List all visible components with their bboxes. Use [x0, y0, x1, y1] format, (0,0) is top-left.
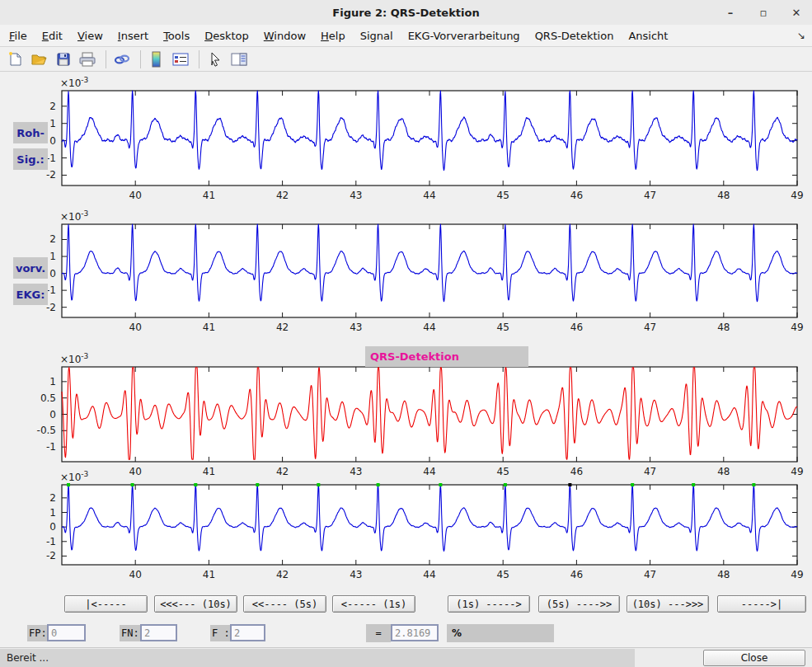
menu-desktop[interactable]: Desktop [197, 27, 256, 45]
plot-tools-icon[interactable] [228, 49, 250, 69]
svg-text:45: 45 [497, 466, 509, 477]
svg-text:40: 40 [129, 466, 142, 477]
new-document-icon[interactable] [5, 49, 26, 69]
svg-text:-0.5: -0.5 [37, 425, 56, 436]
edit-cursor-icon[interactable] [204, 49, 226, 69]
svg-text:-2: -2 [46, 169, 56, 181]
qrs-detected-marker [752, 483, 755, 486]
svg-text:0: 0 [49, 521, 56, 533]
svg-text:43: 43 [350, 569, 362, 580]
svg-text:48: 48 [717, 466, 730, 477]
nav-back-1s-button[interactable]: <----- (1s) [332, 595, 415, 613]
qrs-missed-marker [568, 483, 571, 486]
fp-input[interactable] [47, 624, 86, 641]
qrs-detected-marker [692, 483, 695, 486]
menu-signal[interactable]: Signal [353, 27, 401, 45]
svg-text:49: 49 [791, 466, 803, 477]
svg-text:41: 41 [203, 190, 215, 201]
f-input[interactable] [230, 624, 265, 641]
svg-text:49: 49 [791, 322, 803, 333]
svg-text:1: 1 [49, 118, 56, 129]
nav-forward-1s-button[interactable]: (1s) -----> [448, 595, 530, 613]
plot-qrs-filter-signal: 4041424344454647484910.50-0.5-1×10-3 [37, 352, 804, 477]
svg-text:47: 47 [644, 190, 656, 201]
menu-help[interactable]: Help [313, 27, 353, 45]
preprocessed-label-line1: vorv. [13, 257, 48, 279]
svg-text:-1: -1 [46, 536, 56, 547]
print-icon[interactable] [77, 49, 98, 69]
f-percent-input[interactable] [391, 624, 439, 641]
svg-text:×10-3: ×10-3 [60, 470, 88, 483]
nav-to-end-button[interactable]: ----->| [717, 595, 806, 613]
close-icon[interactable]: ✕ [789, 7, 804, 19]
svg-text:×10-3: ×10-3 [60, 352, 88, 365]
menu-ansicht[interactable]: Ansicht [621, 27, 675, 45]
menu-qrs-detektion[interactable]: QRS-Detektion [528, 27, 622, 45]
svg-text:46: 46 [570, 569, 583, 580]
qrs-detected-marker [256, 483, 259, 486]
minimize-icon[interactable]: – [723, 7, 738, 19]
menu-ekg-vorverarbeitung[interactable]: EKG-Vorverarbeitung [401, 27, 528, 45]
plot-detection-result: 40414243444546474849210-1-2×10-3 [46, 470, 804, 580]
qrs-detected-marker [131, 483, 134, 486]
window-title: Figure 2: QRS-Detektion [0, 7, 812, 19]
fn-label: FN: [120, 625, 143, 641]
menu-view[interactable]: View [70, 27, 110, 45]
insert-legend-icon[interactable] [170, 49, 191, 69]
open-folder-icon[interactable] [29, 49, 50, 69]
qrs-section-title: QRS-Detektion [365, 346, 528, 367]
svg-text:41: 41 [203, 322, 215, 333]
toolbar-separator [199, 50, 199, 68]
svg-text:47: 47 [644, 569, 656, 580]
svg-text:1: 1 [49, 376, 56, 388]
menu-insert[interactable]: Insert [110, 27, 156, 45]
insert-colorbar-icon[interactable] [146, 49, 167, 69]
svg-text:48: 48 [717, 190, 730, 201]
nav-forward-10s-button[interactable]: (10s) --->>> [627, 595, 709, 613]
svg-text:40: 40 [129, 322, 142, 333]
svg-text:44: 44 [423, 190, 435, 201]
menu-tools[interactable]: Tools [156, 27, 197, 45]
preprocessed-label-line2: EKG: [13, 284, 48, 305]
qrs-detected-marker [67, 483, 70, 486]
menu-window[interactable]: Window [256, 27, 313, 45]
percent-sign-label: % [447, 624, 554, 642]
dock-figure-icon[interactable]: ↘ [797, 30, 805, 41]
qrs-detected-marker [439, 483, 442, 486]
svg-text:42: 42 [276, 322, 289, 333]
raw-signal-label-line1: Roh- [13, 122, 48, 143]
svg-text:42: 42 [276, 466, 289, 477]
nav-to-start-button[interactable]: |<----- [64, 595, 148, 613]
svg-text:43: 43 [350, 322, 362, 333]
qrs-detected-marker [317, 483, 320, 486]
maximize-icon[interactable]: ▫ [756, 7, 771, 19]
svg-text:43: 43 [350, 190, 362, 201]
svg-text:0: 0 [49, 268, 56, 279]
svg-text:2: 2 [49, 233, 56, 245]
link-plot-icon[interactable] [111, 49, 133, 69]
plot-preprocessed-ekg: 40414243444546474849210-1-2×10-3 [46, 209, 804, 333]
svg-text:×10-3: ×10-3 [60, 76, 88, 89]
svg-text:44: 44 [423, 322, 435, 333]
menu-bar: File Edit View Insert Tools Desktop Wind… [0, 25, 812, 47]
svg-text:47: 47 [644, 466, 656, 477]
close-button[interactable]: Close [703, 650, 805, 666]
svg-text:44: 44 [423, 466, 435, 477]
toolbar-separator [140, 50, 141, 68]
menu-edit[interactable]: Edit [35, 27, 70, 45]
fn-input[interactable] [140, 624, 177, 641]
svg-text:45: 45 [497, 569, 509, 580]
menu-file[interactable]: File [2, 27, 35, 45]
svg-text:45: 45 [497, 190, 509, 201]
svg-text:41: 41 [203, 569, 215, 580]
figure-window: Figure 2: QRS-Detektion – ▫ ✕ File Edit … [0, 0, 812, 667]
nav-back-5s-button[interactable]: <<---- (5s) [243, 595, 326, 613]
svg-text:40: 40 [129, 190, 142, 201]
svg-text:43: 43 [350, 466, 362, 477]
nav-back-10s-button[interactable]: <<<--- (10s) [154, 595, 237, 613]
svg-text:0: 0 [49, 135, 56, 147]
equals-label: = [366, 624, 391, 642]
svg-text:2: 2 [49, 492, 56, 504]
save-icon[interactable] [53, 49, 74, 69]
nav-forward-5s-button[interactable]: (5s) ---->> [538, 595, 620, 613]
